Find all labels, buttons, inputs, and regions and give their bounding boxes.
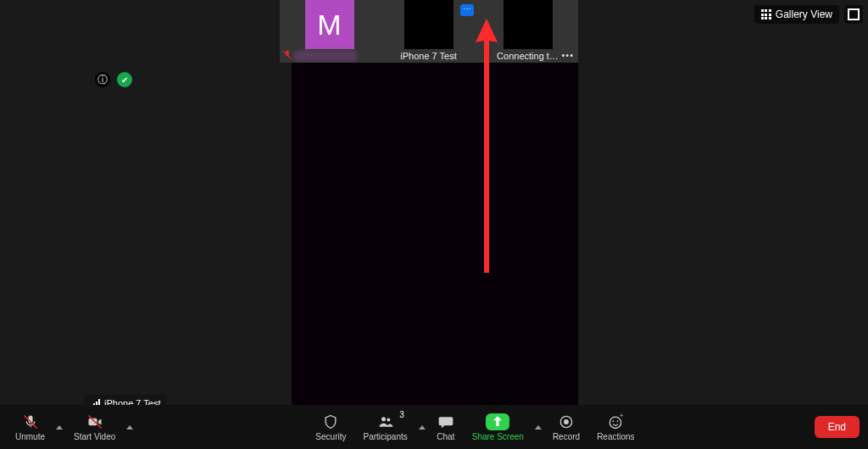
video-tile (404, 0, 453, 49)
chat-button[interactable]: Chat (428, 405, 464, 449)
avatar-letter: M (317, 8, 341, 42)
security-label: Security (315, 432, 346, 441)
share-options-caret[interactable] (532, 405, 544, 449)
reactions-label: Reactions (597, 432, 634, 441)
fullscreen-button[interactable] (844, 5, 863, 24)
record-button[interactable]: Record (544, 405, 588, 449)
microphone-muted-icon (21, 413, 40, 430)
record-label: Record (553, 432, 580, 441)
svg-point-7 (564, 419, 569, 424)
svg-point-4 (381, 417, 386, 421)
participants-icon (376, 413, 395, 430)
end-label: End (828, 421, 846, 433)
gallery-view-button[interactable]: Gallery View (754, 5, 839, 24)
participant-name: iPhone 7 Test (379, 51, 478, 61)
meeting-toolbar: Unmute Start Video Security 3 Participan… (0, 405, 868, 449)
start-video-label: Start Video (74, 432, 115, 441)
chat-label: Chat (437, 432, 454, 441)
audio-options-caret[interactable] (53, 405, 65, 449)
grid-icon (761, 9, 771, 19)
security-button[interactable]: Security (307, 405, 354, 449)
video-tile (504, 0, 553, 49)
participants-label: Participants (363, 432, 407, 441)
camera-off-icon (86, 413, 104, 430)
participant-thumb-0[interactable]: M (280, 0, 379, 63)
info-icon: ⓘ (97, 73, 108, 87)
share-screen-button[interactable]: Share Screen (464, 405, 532, 449)
video-options-caret[interactable] (124, 405, 136, 449)
participant-thumb-2[interactable]: Connecting t… ••• (478, 0, 577, 63)
chat-icon (437, 413, 455, 430)
shield-check-icon: ✔ (121, 75, 128, 85)
record-icon (557, 413, 576, 430)
mic-muted-icon (281, 49, 293, 61)
start-video-button[interactable]: Start Video (65, 405, 124, 449)
thumb-more-menu[interactable]: ⋯ (460, 4, 474, 16)
reactions-icon: + (606, 413, 625, 430)
svg-point-5 (387, 418, 390, 421)
participant-thumb-1[interactable]: ⋯ iPhone 7 Test (379, 0, 478, 63)
share-screen-icon (486, 413, 509, 430)
gallery-view-label: Gallery View (776, 8, 832, 20)
participants-button[interactable]: 3 Participants (354, 405, 415, 449)
end-meeting-button[interactable]: End (815, 416, 860, 438)
participants-caret[interactable] (416, 405, 428, 449)
unmute-label: Unmute (15, 432, 45, 441)
svg-point-10 (617, 420, 619, 422)
svg-point-9 (613, 420, 615, 422)
participant-name-redacted (293, 50, 358, 62)
unmute-button[interactable]: Unmute (7, 405, 53, 449)
active-speaker-view (292, 63, 578, 417)
avatar-tile: M (305, 0, 354, 49)
participants-count: 3 (399, 410, 404, 419)
loading-dots-icon: ••• (561, 50, 574, 60)
participant-thumbnails: M ⋯ iPhone 7 Test Connecting t… ••• (280, 0, 578, 63)
reactions-button[interactable]: + Reactions (588, 405, 643, 449)
svg-text:+: + (620, 413, 624, 419)
encryption-badge[interactable]: ✔ (117, 72, 132, 87)
share-screen-label: Share Screen (472, 432, 524, 441)
shield-icon (321, 413, 340, 430)
fullscreen-icon (848, 8, 860, 20)
meeting-info-button[interactable]: ⓘ (95, 72, 110, 87)
